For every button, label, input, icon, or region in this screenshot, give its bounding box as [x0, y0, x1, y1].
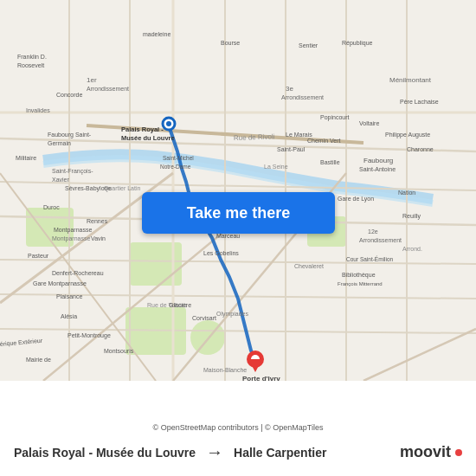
svg-text:Plaisance: Plaisance: [56, 293, 82, 299]
svg-text:Alésia: Alésia: [61, 313, 77, 319]
svg-text:3e: 3e: [286, 85, 293, 93]
svg-point-21: [166, 121, 171, 126]
svg-text:République: République: [342, 40, 373, 47]
moovit-brand-dot: [455, 449, 462, 456]
destination-label: Halle Carpentier: [234, 446, 326, 460]
svg-text:Charonne: Charonne: [407, 146, 434, 152]
svg-text:Invalides: Invalides: [26, 107, 50, 113]
svg-text:Chevaleret: Chevaleret: [294, 263, 324, 269]
svg-text:Bourse: Bourse: [221, 40, 240, 46]
svg-text:Faubourg: Faubourg: [363, 157, 393, 164]
svg-text:Palais Royal -: Palais Royal -: [121, 125, 164, 133]
svg-text:Saint-Paul: Saint-Paul: [277, 146, 306, 152]
svg-text:Olympiades: Olympiades: [216, 311, 248, 318]
svg-text:Gare Montparnasse: Gare Montparnasse: [33, 280, 87, 287]
svg-text:Les Gobelins: Les Gobelins: [203, 250, 239, 256]
svg-text:Philippe Auguste: Philippe Auguste: [385, 132, 430, 138]
svg-text:Arrondissement: Arrondissement: [359, 237, 402, 243]
svg-text:Montparnasse: Montparnasse: [54, 227, 92, 234]
svg-text:Rue de Rivoli: Rue de Rivoli: [234, 132, 275, 142]
svg-text:Bibliothèque: Bibliothèque: [342, 272, 376, 279]
svg-text:Vavin: Vavin: [91, 235, 106, 241]
svg-text:Faubourg Saint-: Faubourg Saint-: [48, 132, 92, 138]
svg-text:Concorde: Concorde: [56, 92, 82, 98]
map-svg: Rue de Rivoli La Seine Quartier Latin Mo…: [0, 0, 476, 381]
route-bar: Palais Royal - Musée du Louvre → Halle C…: [0, 435, 476, 476]
svg-text:Duroc: Duroc: [43, 204, 60, 210]
svg-text:Sèvres-Babylone: Sèvres-Babylone: [65, 185, 111, 192]
svg-text:Notre-Dame: Notre-Dame: [160, 164, 191, 170]
svg-text:Saint-Michel: Saint-Michel: [163, 155, 194, 161]
svg-text:1er: 1er: [87, 76, 97, 84]
origin-label: Palais Royal - Musée du Louvre: [14, 446, 196, 460]
svg-text:Montsouris: Montsouris: [104, 348, 134, 354]
map-container: Rue de Rivoli La Seine Quartier Latin Mo…: [0, 0, 476, 381]
svg-text:Saint-François-: Saint-François-: [52, 168, 93, 175]
svg-text:Père Lachaise: Père Lachaise: [400, 99, 439, 105]
svg-text:Reuilly: Reuilly: [402, 213, 421, 220]
svg-text:Cour Saint-Émilion: Cour Saint-Émilion: [346, 255, 394, 262]
svg-text:Arrondissement: Arrondissement: [281, 94, 324, 100]
moovit-brand-text: moovit: [400, 443, 451, 461]
svg-text:Maison-Blanche: Maison-Blanche: [203, 367, 247, 373]
svg-text:Nation: Nation: [398, 190, 415, 196]
svg-text:Le Marais: Le Marais: [286, 132, 312, 138]
svg-text:Ménilmontant: Ménilmontant: [389, 76, 432, 84]
svg-text:Corvisart: Corvisart: [192, 315, 216, 321]
svg-text:Gare de Lyon: Gare de Lyon: [338, 196, 374, 203]
svg-text:Xavier: Xavier: [52, 177, 70, 183]
take-me-there-button[interactable]: Take me there: [142, 192, 335, 234]
svg-text:Rennes: Rennes: [87, 218, 108, 224]
svg-text:Bastille: Bastille: [320, 159, 340, 165]
svg-text:madeleine: madeleine: [143, 31, 170, 37]
svg-text:12e: 12e: [368, 228, 378, 235]
route-info: Palais Royal - Musée du Louvre → Halle C…: [14, 442, 400, 462]
svg-text:Marceau: Marceau: [216, 233, 240, 239]
svg-text:Franklin D.: Franklin D.: [17, 54, 47, 60]
svg-text:Glacière: Glacière: [169, 302, 191, 308]
svg-text:Arrond.: Arrond.: [402, 246, 422, 252]
svg-text:Musée du Louvre: Musée du Louvre: [121, 134, 175, 142]
svg-text:Denfert-Rochereau: Denfert-Rochereau: [52, 270, 104, 276]
route-arrow-icon: →: [206, 442, 223, 462]
svg-text:Sentier: Sentier: [299, 42, 318, 48]
svg-text:François Mitterrand: François Mitterrand: [338, 281, 383, 286]
svg-text:Petit-Montrouge: Petit-Montrouge: [68, 332, 111, 339]
svg-text:Mairie de: Mairie de: [26, 357, 51, 363]
svg-text:Arrondissement: Arrondissement: [87, 86, 129, 92]
svg-text:La Seine: La Seine: [264, 164, 288, 170]
svg-text:Saint-Antoine: Saint-Antoine: [359, 166, 396, 172]
svg-text:Germain: Germain: [48, 140, 71, 146]
svg-text:Chemin Vert: Chemin Vert: [307, 138, 341, 144]
svg-text:Voltaire: Voltaire: [359, 120, 379, 126]
map-attribution: © OpenStreetMap contributors | © OpenMap…: [0, 420, 476, 435]
svg-text:Popincourt: Popincourt: [320, 114, 350, 121]
svg-text:Montparnasse: Montparnasse: [52, 235, 90, 242]
svg-text:Roosevelt: Roosevelt: [17, 62, 44, 68]
svg-text:Pasteur: Pasteur: [28, 253, 49, 259]
moovit-logo: moovit: [400, 443, 462, 461]
svg-text:Militaire: Militaire: [16, 155, 36, 161]
bottom-bar: © OpenStreetMap contributors | © OpenMap…: [0, 381, 476, 476]
svg-text:Porte d'Ivry: Porte d'Ivry: [242, 375, 280, 381]
